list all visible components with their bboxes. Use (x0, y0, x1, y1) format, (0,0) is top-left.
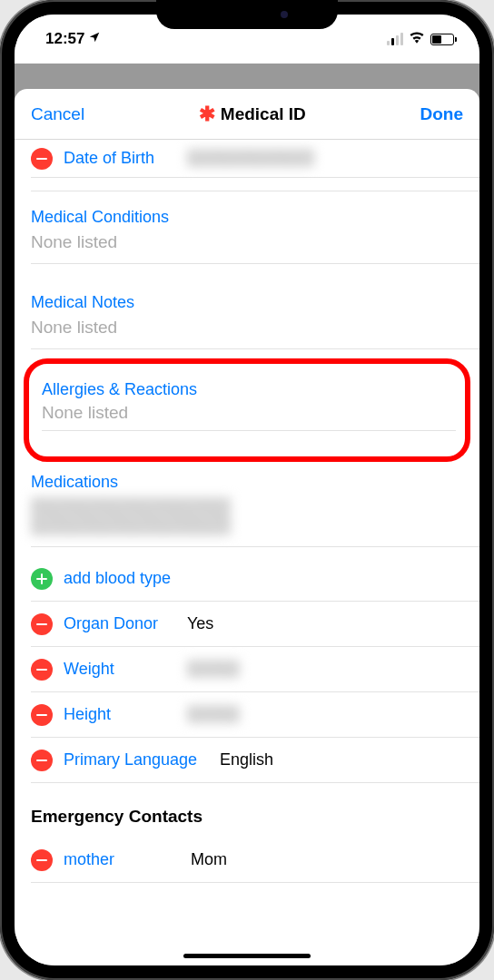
organ-donor-row[interactable]: Organ Donor Yes (31, 602, 479, 647)
medications-label: Medications (31, 473, 463, 492)
weight-row[interactable]: Weight xxx (31, 647, 479, 692)
page-title: ✱ Medical ID (199, 103, 306, 126)
done-button[interactable]: Done (420, 104, 463, 124)
medications-field[interactable]: Medications redacted content here line (31, 462, 479, 547)
allergies-label: Allergies & Reactions (42, 380, 456, 399)
medical-conditions-label: Medical Conditions (31, 208, 463, 227)
phone-frame: 12:57 Cancel (0, 0, 494, 980)
primary-language-label: Primary Language (64, 750, 209, 769)
screen: 12:57 Cancel (15, 15, 479, 965)
allergies-field[interactable]: Allergies & Reactions None listed (42, 380, 456, 431)
medical-conditions-field[interactable]: Medical Conditions None listed (31, 191, 479, 264)
weight-value[interactable]: xxx (187, 660, 240, 679)
medical-conditions-value[interactable]: None listed (31, 232, 463, 252)
emergency-contacts-header: Emergency Contacts (31, 783, 479, 838)
battery-icon (430, 34, 454, 45)
content-scroll[interactable]: Date of Birth redacted Medical Condition… (15, 140, 479, 965)
page-title-text: Medical ID (221, 104, 306, 124)
remove-contact-button[interactable] (31, 849, 53, 871)
add-blood-type-row[interactable]: add blood type (31, 556, 479, 602)
location-icon (88, 30, 101, 48)
contact-name[interactable]: Mom (191, 850, 227, 869)
remove-dob-button[interactable] (31, 148, 53, 170)
primary-language-value[interactable]: English (220, 750, 273, 769)
dob-value: redacted (187, 149, 314, 168)
height-value[interactable]: xx (187, 705, 240, 724)
allergies-value[interactable]: None listed (42, 403, 456, 431)
organ-donor-label: Organ Donor (64, 614, 171, 633)
medical-id-star-icon: ✱ (199, 103, 215, 126)
height-row[interactable]: Height xx (31, 692, 479, 738)
organ-donor-value[interactable]: Yes (187, 614, 213, 633)
wifi-icon (409, 31, 425, 47)
nav-bar: Cancel ✱ Medical ID Done (15, 89, 479, 140)
allergies-highlight: Allergies & Reactions None listed (24, 358, 470, 462)
height-label: Height (64, 705, 171, 724)
medical-notes-field[interactable]: Medical Notes None listed (31, 277, 479, 349)
remove-height-button[interactable] (31, 704, 53, 726)
add-blood-type-label: add blood type (64, 569, 171, 588)
dob-label: Date of Birth (64, 149, 171, 168)
remove-language-button[interactable] (31, 750, 53, 771)
primary-language-row[interactable]: Primary Language English (31, 738, 479, 783)
device-notch (156, 0, 338, 29)
emergency-contact-row[interactable]: mother Mom (31, 838, 479, 883)
contact-relation: mother (64, 850, 171, 869)
edit-modal: Cancel ✱ Medical ID Done Date of Birth r… (15, 89, 479, 965)
medications-value[interactable]: redacted content here line (31, 497, 463, 535)
home-indicator[interactable] (183, 954, 311, 958)
cancel-button[interactable]: Cancel (31, 104, 84, 124)
cellular-signal-icon (387, 33, 404, 45)
remove-organ-donor-button[interactable] (31, 613, 53, 635)
medical-notes-value[interactable]: None listed (31, 318, 463, 338)
status-time: 12:57 (45, 30, 84, 48)
remove-weight-button[interactable] (31, 659, 53, 681)
dob-row[interactable]: Date of Birth redacted (31, 140, 479, 178)
add-blood-type-button[interactable] (31, 568, 53, 590)
weight-label: Weight (64, 660, 171, 679)
medical-notes-label: Medical Notes (31, 293, 463, 312)
